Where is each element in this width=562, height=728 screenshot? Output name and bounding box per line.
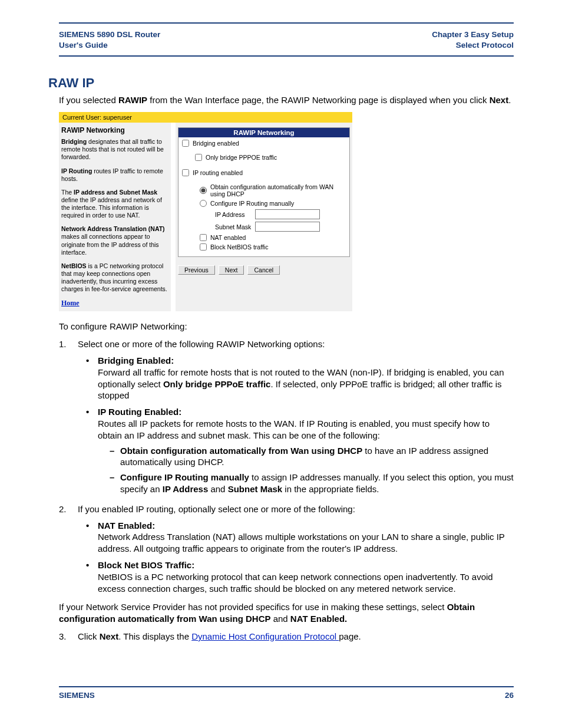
cancel-button[interactable]: Cancel [247, 265, 280, 275]
embedded-ui: Current User: superuser RAWIP Networking… [59, 112, 352, 311]
only-pppoe-label: Only bridge PPPOE traffic [206, 154, 277, 161]
next-button[interactable]: Next [219, 265, 244, 275]
panel-title: RAWIP Networking [178, 128, 349, 137]
only-pppoe-checkbox[interactable] [195, 154, 202, 161]
nat-checkbox[interactable] [200, 234, 207, 241]
step-1: 1. Select one or more of the following R… [59, 338, 514, 350]
previous-button[interactable]: Previous [178, 265, 215, 275]
section-label: Select Protocol [432, 40, 514, 51]
block-netbios-heading: Block Net BIOS Traffic: [98, 560, 194, 570]
bridging-enabled-heading: Bridging Enabled: [98, 355, 174, 365]
configure-line: To configure RAWIP Networking: [59, 321, 514, 332]
nat-enabled-heading: NAT Enabled: [98, 521, 155, 531]
step-2: 2. If you enabled IP routing, optionally… [59, 503, 514, 515]
sidebar-heading: RAWIP Networking [61, 126, 168, 134]
dhcp-radio[interactable] [200, 187, 207, 194]
bridging-label: Bridging enabled [193, 140, 239, 147]
section-heading: RAW IP [48, 75, 527, 91]
manual-radio[interactable] [200, 200, 207, 207]
doc-title-line1: SIEMENS 5890 DSL Router [59, 29, 160, 40]
subnet-mask-label: Subnet Mask [215, 223, 252, 230]
current-user-bar: Current User: superuser [59, 112, 352, 123]
home-link[interactable]: Home [61, 299, 80, 307]
chapter-label: Chapter 3 Easy Setup [432, 29, 514, 40]
page-header: SIEMENS 5890 DSL Router User's Guide Cha… [59, 22, 514, 57]
bridging-checkbox[interactable] [182, 140, 189, 147]
subnet-mask-input[interactable] [255, 222, 320, 232]
ip-address-input[interactable] [255, 209, 320, 219]
intro-paragraph: If you selected RAWIP from the Wan Inter… [59, 94, 514, 106]
ip-routing-enabled-heading: IP Routing Enabled: [98, 407, 181, 417]
doc-title-line2: User's Guide [59, 40, 160, 51]
footer-brand: SIEMENS [59, 691, 95, 700]
netbios-label: Block NetBIOS traffic [210, 243, 268, 251]
rawip-panel: RAWIP Networking Bridging enabled Only b… [178, 127, 350, 257]
dhcp-link[interactable]: Dynamic Host Configuration Protocol [191, 631, 339, 641]
page-footer: SIEMENS 26 [59, 686, 514, 700]
step-3: 3. Click Next. This displays the Dynamic… [59, 631, 514, 643]
ip-routing-checkbox[interactable] [182, 169, 189, 176]
footer-page-number: 26 [505, 691, 514, 700]
help-sidebar: RAWIP Networking Bridging designates tha… [59, 123, 171, 311]
dhcp-radio-label: Obtain configuration automatically from … [210, 183, 346, 197]
manual-radio-label: Configure IP Routing manually [210, 200, 294, 207]
nat-label: NAT enabled [210, 234, 246, 241]
ip-routing-label: IP routing enabled [193, 169, 243, 176]
netbios-checkbox[interactable] [200, 243, 207, 251]
ip-address-label: IP Address [215, 211, 252, 218]
nsp-paragraph: If your Network Service Provider has not… [59, 601, 514, 625]
